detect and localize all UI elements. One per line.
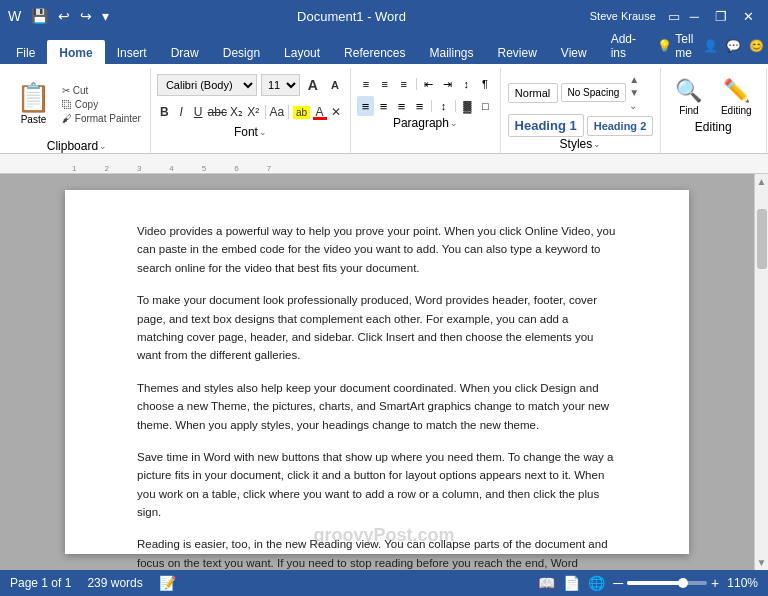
change-case-button[interactable]: Aa [269, 101, 284, 123]
font-size-select[interactable]: 11 [261, 74, 300, 96]
multilevel-button[interactable]: ≡ [395, 74, 413, 94]
account-icon[interactable]: 👤 [703, 39, 718, 53]
align-left-button[interactable]: ≡ [357, 96, 374, 116]
window-title: Document1 - Word [113, 9, 590, 24]
editing-button[interactable]: ✏️ Editing [713, 74, 760, 120]
shading-button[interactable]: ▓ [459, 96, 476, 116]
tab-review[interactable]: Review [486, 40, 549, 64]
font-label-row: Font ⌄ [234, 125, 267, 139]
zoom-slider-thumb[interactable] [678, 578, 688, 588]
font-color-button[interactable]: A [312, 101, 327, 123]
tab-insert[interactable]: Insert [105, 40, 159, 64]
format-painter-button[interactable]: 🖌 Format Painter [59, 112, 144, 125]
scrollbar-thumb[interactable] [757, 209, 767, 269]
styles-scroll-down[interactable]: ▼ [629, 87, 639, 98]
undo-button[interactable]: ↩ [54, 6, 74, 26]
styles-expand-btn[interactable]: ⌄ [593, 139, 601, 149]
strikethrough-button[interactable]: abc [208, 101, 227, 123]
paragraph-expand[interactable]: ⌄ [450, 118, 458, 128]
tab-mailings[interactable]: Mailings [417, 40, 485, 64]
styles-scroll: ▲ ▼ ⌄ [629, 74, 639, 111]
document-container[interactable]: Video provides a powerful way to help yo… [0, 174, 754, 570]
document-page[interactable]: Video provides a powerful way to help yo… [65, 190, 689, 554]
page-info: Page 1 of 1 [10, 576, 71, 590]
clear-formatting-button[interactable]: ✕ [329, 101, 344, 123]
print-layout-button[interactable]: 📄 [563, 575, 580, 591]
line-spacing-button[interactable]: ↕ [435, 96, 452, 116]
tab-file[interactable]: File [4, 40, 47, 64]
tab-references[interactable]: References [332, 40, 417, 64]
tab-layout[interactable]: Layout [272, 40, 332, 64]
tab-draw[interactable]: Draw [159, 40, 211, 64]
decrease-font-size[interactable]: A [326, 74, 344, 96]
minimize-button[interactable]: ─ [684, 7, 705, 26]
styles-expand[interactable]: ⌄ [629, 100, 639, 111]
tab-addins[interactable]: Add-ins [599, 26, 658, 64]
paragraph-group: ≡ ≡ ≡ ⇤ ⇥ ↕ ¶ ≡ ≡ ≡ ≡ ↕ ▓ □ Para [351, 68, 501, 153]
font-expand[interactable]: ⌄ [259, 127, 267, 137]
styles-gallery: Normal No Spacing ▲ ▼ ⌄ [508, 74, 654, 111]
numbering-button[interactable]: ≡ [376, 74, 394, 94]
vertical-scrollbar[interactable]: ▲ ▼ [754, 174, 768, 570]
superscript-button[interactable]: X² [246, 101, 261, 123]
web-layout-button[interactable]: 🌐 [588, 575, 605, 591]
increase-font-size[interactable]: A [304, 74, 322, 96]
scroll-down-button[interactable]: ▼ [755, 555, 768, 570]
paste-label: Paste [21, 114, 47, 125]
ribbon-display-button[interactable]: ▭ [668, 9, 680, 24]
zoom-in-button[interactable]: + [711, 575, 719, 591]
clipboard-expand[interactable]: ⌄ [99, 141, 107, 151]
paste-button[interactable]: 📋 Paste [10, 80, 57, 129]
align-center-button[interactable]: ≡ [375, 96, 392, 116]
word-count: 239 words [87, 576, 142, 590]
tab-design[interactable]: Design [211, 40, 272, 64]
scroll-up-button[interactable]: ▲ [755, 174, 768, 189]
save-button[interactable]: 💾 [27, 6, 52, 26]
emoji-icon[interactable]: 😊 [749, 39, 764, 53]
tab-home[interactable]: Home [47, 40, 104, 64]
style-no-spacing[interactable]: No Spacing [561, 83, 627, 102]
redo-button[interactable]: ↪ [76, 6, 96, 26]
zoom-slider[interactable] [627, 581, 707, 585]
find-button[interactable]: 🔍 Find [667, 74, 711, 120]
style-heading1[interactable]: Heading 1 [508, 114, 584, 137]
justify-button[interactable]: ≡ [411, 96, 428, 116]
clipboard-label: Clipboard [47, 139, 98, 153]
find-label: Find [679, 105, 698, 116]
customize-qat[interactable]: ▾ [98, 6, 113, 26]
main-area: Video provides a powerful way to help yo… [0, 174, 768, 570]
close-button[interactable]: ✕ [737, 7, 760, 26]
borders-button[interactable]: □ [477, 96, 494, 116]
styles-scroll-up[interactable]: ▲ [629, 74, 639, 85]
zoom-out-button[interactable]: ─ [613, 575, 623, 591]
proofing-icon[interactable]: 📝 [159, 575, 176, 591]
styles-label-row: Styles ⌄ [560, 137, 602, 151]
align-right-button[interactable]: ≡ [393, 96, 410, 116]
text-highlight-button[interactable]: ab [293, 101, 310, 123]
italic-button[interactable]: I [174, 101, 189, 123]
font-family-select[interactable]: Calibri (Body) [157, 74, 257, 96]
read-mode-button[interactable]: 📖 [538, 575, 555, 591]
sort-button[interactable]: ↕ [457, 74, 475, 94]
cut-button[interactable]: ✂ Cut [59, 84, 144, 97]
tell-me-label: Tell me [675, 32, 695, 60]
bullets-button[interactable]: ≡ [357, 74, 375, 94]
restore-button[interactable]: ❐ [709, 7, 733, 26]
style-normal[interactable]: Normal [508, 83, 558, 103]
style-heading2[interactable]: Heading 2 [587, 116, 654, 136]
paragraph-5: Reading is easier, too, in the new Readi… [137, 535, 617, 570]
subscript-button[interactable]: X₂ [229, 101, 244, 123]
find-icon: 🔍 [675, 78, 702, 104]
tab-view[interactable]: View [549, 40, 599, 64]
decrease-indent-button[interactable]: ⇤ [419, 74, 437, 94]
comments-icon[interactable]: 💬 [726, 39, 741, 53]
ribbon-content: 📋 Paste ✂ Cut ⿻ Copy 🖌 Format Painter Cl… [0, 64, 768, 154]
bold-button[interactable]: B [157, 101, 172, 123]
increase-indent-button[interactable]: ⇥ [438, 74, 456, 94]
underline-button[interactable]: U [191, 101, 206, 123]
font-label: Font [234, 125, 258, 139]
copy-button[interactable]: ⿻ Copy [59, 98, 144, 111]
ruler-marks: 1 2 3 4 5 6 7 [72, 154, 696, 173]
tell-me-input[interactable]: 💡 Tell me [657, 32, 695, 60]
show-para-button[interactable]: ¶ [476, 74, 494, 94]
